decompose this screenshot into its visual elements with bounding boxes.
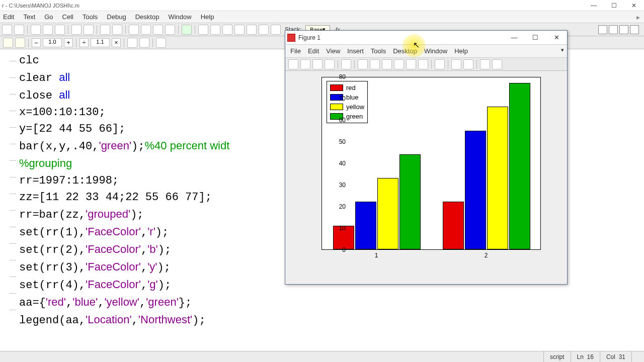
menu-go[interactable]: Go (44, 13, 53, 21)
continue-icon[interactable] (259, 25, 269, 35)
plot-area: redblueyellowgreen 0102030405060708012 (285, 71, 567, 284)
status-line: Ln 16 (571, 351, 600, 362)
menu-edit[interactable]: Edit (3, 13, 14, 21)
ytick-label: 70 (339, 95, 346, 102)
fig-datacursor-icon[interactable] (406, 59, 416, 69)
menu-text[interactable]: Text (23, 13, 35, 21)
fig-dock-icon[interactable] (492, 59, 502, 69)
menu-desktop[interactable]: Desktop (135, 13, 159, 21)
xtick-label: 2 (485, 252, 488, 259)
menu-help[interactable]: Help (201, 13, 214, 21)
menu-overflow-icon[interactable]: ▸ (636, 13, 644, 21)
zoom-div-button[interactable]: ÷ (79, 38, 89, 47)
menu-debug[interactable]: Debug (107, 13, 126, 21)
fig-zoomout-icon[interactable] (370, 59, 380, 69)
zoom-inc-button[interactable]: + (64, 38, 73, 47)
fig-menu-tools[interactable]: Tools (371, 47, 386, 55)
fig-link-icon[interactable] (435, 59, 445, 69)
legend-label: green (346, 113, 363, 120)
zoom-val1[interactable]: 1.0 (43, 38, 62, 47)
fig-menu-file[interactable]: File (290, 47, 301, 55)
new-icon[interactable] (2, 25, 12, 35)
line-gutter (4, 52, 19, 359)
fig-zoomin-icon[interactable] (358, 59, 368, 69)
legend[interactable]: redblueyellowgreen (327, 81, 368, 123)
legend-swatch-red (330, 84, 343, 91)
xtick-label: 1 (375, 252, 378, 259)
fig-new-icon[interactable] (288, 59, 298, 69)
fig-save-icon[interactable] (312, 59, 323, 69)
fig-legend-icon[interactable] (463, 59, 473, 69)
ytick-label: 50 (339, 138, 346, 145)
minimize-button[interactable]: — (584, 1, 604, 11)
layout-4-icon[interactable] (630, 25, 639, 34)
undo-icon[interactable] (71, 25, 82, 35)
legend-row-yellow: yellow (330, 102, 364, 112)
back-icon[interactable] (141, 25, 151, 35)
zoom-dec-button[interactable]: – (32, 38, 41, 47)
fig-hide-icon[interactable] (480, 59, 490, 69)
redo-icon[interactable] (84, 25, 94, 35)
print-icon[interactable] (100, 25, 110, 35)
step-in-icon[interactable] (234, 25, 245, 35)
fig-maximize-button[interactable]: ☐ (525, 31, 546, 44)
ytick-label: 10 (339, 225, 346, 232)
step-out-icon[interactable] (247, 25, 257, 35)
fig-brush-icon[interactable] (418, 59, 428, 69)
layout-3-icon[interactable] (619, 25, 628, 34)
fig-menu-help[interactable]: Help (454, 47, 468, 55)
menu-window[interactable]: Window (168, 13, 191, 21)
fig-menu-insert[interactable]: Insert (347, 47, 364, 55)
legend-row-green: green (330, 112, 364, 121)
close-button[interactable]: ✕ (624, 1, 644, 11)
code-text[interactable]: clc clear all close all x=100:10:130; y=… (19, 52, 229, 359)
zoom-close-button[interactable]: × (112, 38, 121, 47)
fig-close-button[interactable]: ✕ (546, 31, 567, 44)
layout-2-icon[interactable] (609, 25, 618, 34)
publish-icon[interactable] (156, 38, 166, 48)
fig-menu-desktop[interactable]: Desktop (393, 47, 417, 55)
clear-bp-icon[interactable] (210, 25, 220, 35)
goto-icon[interactable] (165, 25, 175, 35)
fig-pan-icon[interactable] (382, 59, 392, 69)
fig-print-icon[interactable] (325, 59, 335, 69)
breakpoint-icon[interactable] (198, 25, 208, 35)
fig-open-icon[interactable] (300, 59, 310, 69)
fig-minimize-button[interactable]: — (504, 31, 525, 44)
cut-icon[interactable] (31, 25, 41, 35)
stop-icon[interactable] (271, 25, 281, 35)
layout-1-icon[interactable] (598, 25, 607, 34)
find-icon[interactable] (129, 25, 139, 35)
cell-icon-2[interactable] (139, 38, 149, 48)
forward-icon[interactable] (153, 25, 163, 35)
preview-icon[interactable] (112, 25, 122, 35)
fig-menu-window[interactable]: Window (424, 47, 447, 55)
matlab-icon (287, 34, 295, 42)
fig-menu-edit[interactable]: Edit (308, 47, 319, 55)
fig-menu-overflow-icon[interactable]: ▾ (561, 47, 564, 53)
eval-advance-icon[interactable] (15, 38, 25, 48)
figure-window[interactable]: Figure 1 — ☐ ✕ File Edit View Insert Too… (285, 30, 568, 285)
figure-titlebar[interactable]: Figure 1 — ☐ ✕ (285, 31, 567, 45)
status-col: Col 31 (600, 351, 631, 362)
paste-icon[interactable] (55, 25, 65, 35)
maximize-button[interactable]: ☐ (604, 1, 624, 11)
fig-colorbar-icon[interactable] (451, 59, 461, 69)
cell-icon-1[interactable] (127, 38, 137, 48)
legend-swatch-yellow (330, 104, 343, 110)
run-icon[interactable] (182, 25, 192, 35)
bar-blue-g2 (465, 131, 486, 250)
bar-yellow-g1 (377, 178, 398, 249)
menu-cell[interactable]: Cell (62, 13, 73, 21)
fig-menu-view[interactable]: View (326, 47, 340, 55)
legend-row-blue: blue (330, 93, 364, 102)
fig-pointer-icon[interactable] (341, 59, 351, 69)
fig-rotate-icon[interactable] (394, 59, 404, 69)
step-icon[interactable] (222, 25, 232, 35)
save-icon[interactable] (14, 25, 24, 35)
eval-cell-icon[interactable] (3, 38, 13, 48)
zoom-val2[interactable]: 1.1 (91, 38, 110, 47)
menu-tools[interactable]: Tools (83, 13, 98, 21)
ytick-label: 60 (339, 117, 346, 124)
copy-icon[interactable] (43, 25, 53, 35)
